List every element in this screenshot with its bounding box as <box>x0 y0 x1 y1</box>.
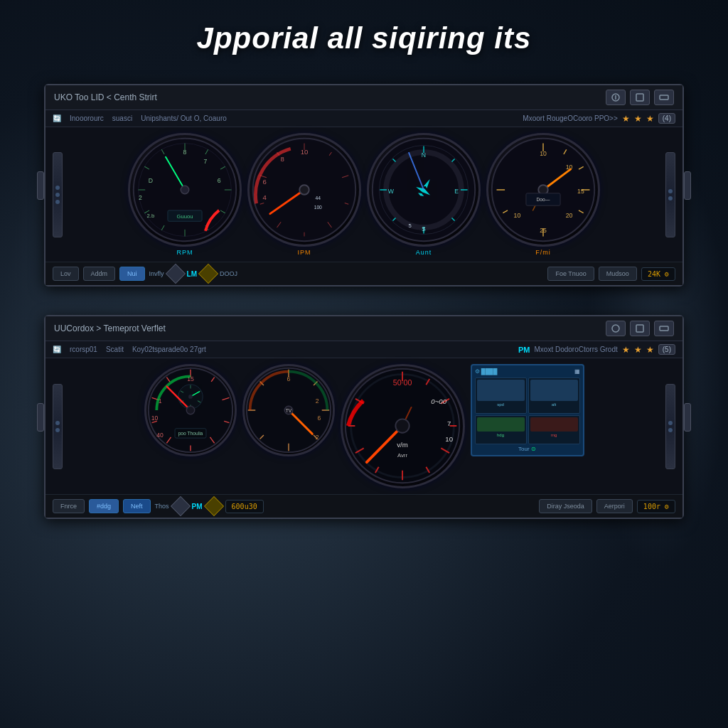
panel1-gauges-area: 8 7 6 D 2 2.b <box>46 127 682 262</box>
gauge-1: 8 7 6 D 2 2.b <box>128 133 242 247</box>
svg-text:poo Thoulia: poo Thoulia <box>178 431 203 437</box>
gauge-4-svg: 10 10 15 20 25 10 Doo— <box>488 135 598 245</box>
gauge-2-svg: 10 8 6 4 44 100 <box>250 135 359 245</box>
panel1-diamond-1[interactable] <box>165 264 185 284</box>
svg-text:7: 7 <box>203 158 207 165</box>
panel2-btn-diray[interactable]: Diray Jseoda <box>539 499 592 513</box>
svg-text:7: 7 <box>446 419 450 427</box>
digital-cell-4: rng <box>528 415 580 444</box>
panel1-ctrl-btn-1[interactable] <box>606 90 626 105</box>
svg-text:D: D <box>149 177 153 184</box>
p2-gauge-3-svg: 50·00 0~00 7 10 v/m Avrr <box>343 366 463 486</box>
panel2-btn-ddg[interactable]: #ddg <box>89 499 119 513</box>
panel1-menu-bar: 🔄 Inooorourc suasci Unipshants/ Out O, C… <box>46 110 682 127</box>
panel2-controls-bar: Fnrce #ddg Neft Thos PM 600u30 Diray Jse… <box>46 494 682 518</box>
p2-gauge-2-container: 6 2 6 2 TV <box>242 364 335 488</box>
panel1-breadcrumb: UKO Too LID < Centh Strirt <box>54 92 157 102</box>
panel1-menu-left: 🔄 Inooorourc suasci Unipshants/ Out O, C… <box>53 114 227 122</box>
panel2-breadcrumb: UUCordox > Temeprot Verflet <box>54 323 166 333</box>
panel2-btn-neft[interactable]: Neft <box>123 499 151 513</box>
panel1-btn-addm[interactable]: Addm <box>83 267 116 281</box>
gauge-3-label: Aunt <box>416 249 432 256</box>
panel2-menu-icon[interactable]: 🔄 <box>53 346 61 353</box>
svg-text:40: 40 <box>156 432 164 439</box>
svg-text:Guuou: Guuou <box>176 213 193 220</box>
gauge-3-svg: N E S W <box>369 135 478 245</box>
svg-point-116 <box>186 406 194 414</box>
panel1-side-strip-left <box>53 152 63 237</box>
panel2-btn-aerpori[interactable]: Aerpori <box>596 499 633 513</box>
p2-gauge-2: 6 2 6 2 TV <box>242 364 335 456</box>
panel2-ctrl-btn-1[interactable] <box>606 321 626 336</box>
svg-text:8: 8 <box>281 155 284 163</box>
svg-point-154 <box>395 419 409 432</box>
gauge-3: N E S W <box>367 133 481 247</box>
panel1-controls-bar: Lov Addm Nui Invfly LM DOOJ Foe Tnuoo Mu… <box>46 262 682 285</box>
menu-item-1[interactable]: 🔄 <box>53 114 61 122</box>
digital-header: ⚙ ████ ▦ <box>475 368 580 375</box>
svg-text:100: 100 <box>314 205 322 210</box>
svg-point-114 <box>188 395 193 399</box>
panel2-top-bar: UUCordox > Temeprot Verflet <box>46 316 682 341</box>
panel1-display-24k: 24K ⚙ <box>641 267 675 281</box>
panel1-btn-nui[interactable]: Nui <box>119 267 145 281</box>
p2-strip-dot-r2 <box>668 428 673 432</box>
gauge-4-container: 10 10 15 20 25 10 Doo— <box>486 133 600 256</box>
panel1-diamond-2[interactable] <box>198 264 218 284</box>
p2-gauge-2-svg: 6 2 6 2 TV <box>245 366 333 454</box>
panel-handle-right-1 <box>684 171 691 200</box>
panel2-ctrl-btn-3[interactable] <box>654 321 674 336</box>
digital-header-text: ⚙ ████ <box>475 368 498 375</box>
svg-text:TV: TV <box>285 408 291 413</box>
menu-item-2: Inooorourc <box>70 114 104 122</box>
gauge-1-label: RPM <box>177 249 193 256</box>
svg-text:5: 5 <box>409 223 412 229</box>
panel2-side-strip-right <box>665 384 675 469</box>
panel2-menu-item-4: Mxoxt DodoroCtorrs Grodt <box>535 346 618 353</box>
digital-grid: spd alt hdg rng <box>475 378 580 444</box>
p2-gauge-3: 50·00 0~00 7 10 v/m Avrr <box>341 364 465 488</box>
panel1-text-dooj: DOOJ <box>220 270 237 277</box>
svg-text:10: 10 <box>514 212 521 219</box>
p2-star-1: ★ <box>622 345 630 355</box>
panel1-ctrl-btn-2[interactable] <box>630 90 650 105</box>
digital-display: ⚙ ████ ▦ spd alt <box>471 364 584 456</box>
panel2-diamond-1[interactable] <box>170 496 190 516</box>
svg-text:0~00: 0~00 <box>431 397 446 405</box>
panel1-btn-foe[interactable]: Foe Tnuoo <box>547 267 594 281</box>
menu-item-4: Unipshants/ Out O, Coauro <box>141 114 227 122</box>
menu-item-5: Mxoort RougeOCooro PPO>> <box>523 114 617 122</box>
svg-text:6: 6 <box>317 414 321 422</box>
svg-text:44: 44 <box>316 196 321 200</box>
gauge-4-label: F/mi <box>535 249 551 256</box>
svg-text:6: 6 <box>287 375 290 382</box>
digital-badge: ▦ <box>574 368 580 375</box>
svg-text:W: W <box>388 188 395 195</box>
panel1-btn-mudsoo[interactable]: Mudsoo <box>599 267 637 281</box>
svg-text:10: 10 <box>445 435 453 443</box>
panel1-btn-lov[interactable]: Lov <box>53 267 79 281</box>
panel2-ctrl-btn-2[interactable] <box>630 321 650 336</box>
panel2-badge: (5) <box>658 344 675 355</box>
panel2-display-100r: 100r ⚙ <box>637 500 675 513</box>
svg-text:7: 7 <box>422 226 425 232</box>
gauge-2-label: IPM <box>297 249 311 256</box>
dashboard-panel-1: UKO Too LID < Centh Strirt 🔄 Inooorourc … <box>44 84 684 287</box>
strip-dot-3 <box>55 200 60 204</box>
svg-text:Avrr: Avrr <box>397 452 407 459</box>
gauge-1-container: 8 7 6 D 2 2.b <box>128 133 242 256</box>
panel1-top-bar: UKO Too LID < Centh Strirt <box>46 85 682 110</box>
svg-text:15: 15 <box>577 188 584 195</box>
p2-gauge-1: 15 1 10 40 <box>144 364 237 456</box>
panel2-menu-item-2: Scatit <box>106 346 124 353</box>
panel2-menu-left: 🔄 rcorsp01 Scatit Koy02tsparade0o 27grt <box>53 346 206 353</box>
p2-gauge-3-container: 50·00 0~00 7 10 v/m Avrr <box>341 364 465 488</box>
panel2-btn-fnrce[interactable]: Fnrce <box>53 499 85 513</box>
strip-dot-r1 <box>668 189 673 193</box>
p2-star-3: ★ <box>646 345 654 355</box>
svg-text:6: 6 <box>218 177 221 184</box>
panel2-diamond-2[interactable] <box>203 496 223 516</box>
panel1-ctrl-btn-3[interactable] <box>654 90 674 105</box>
svg-text:50·00: 50·00 <box>392 378 412 387</box>
panel1-top-controls <box>606 90 674 105</box>
